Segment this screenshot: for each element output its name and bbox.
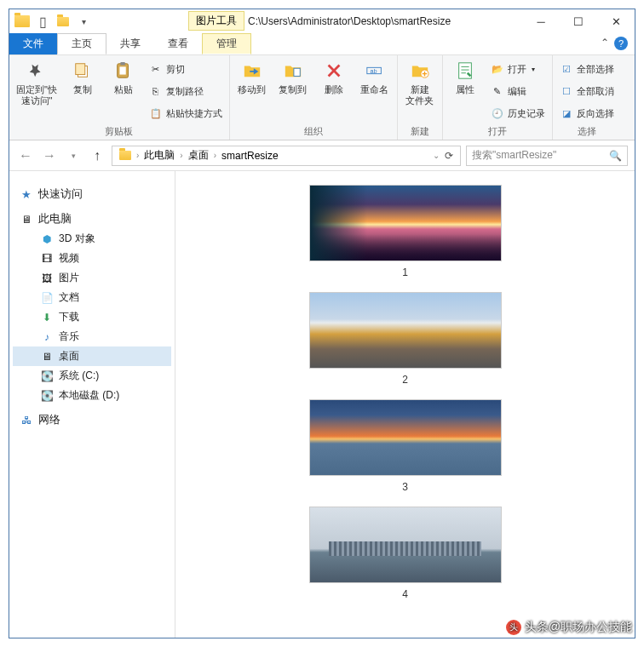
file-name: 3: [402, 481, 408, 493]
open-button[interactable]: 📂打开▾: [491, 60, 545, 77]
nav-music[interactable]: ♪音乐: [13, 327, 171, 346]
qat-item[interactable]: [54, 12, 72, 31]
refresh-button[interactable]: ⟳: [440, 150, 458, 162]
nav-desktop[interactable]: 🖥桌面: [13, 346, 171, 366]
ribbon: 固定到"快 速访问" 复制 粘贴 ✂剪切 ⎘复制路径 📋粘贴快捷方式 剪贴板: [9, 55, 635, 140]
invert-selection-button[interactable]: ◪反向选择: [560, 105, 614, 122]
explorer-window: ▯ ▾ 图片工具 C:\Users\Administrator\Desktop\…: [9, 9, 635, 638]
file-name: 1: [402, 266, 408, 278]
search-icon: 🔍: [609, 150, 622, 162]
nav-quick-access[interactable]: ★快速访问: [13, 185, 171, 204]
ribbon-tabs: 文件 主页 共享 查看 管理 ⌃ ?: [9, 33, 635, 55]
breadcrumb-folder[interactable]: smartResize: [216, 150, 284, 162]
nav-disk-c[interactable]: 💽系统 (C:): [13, 366, 171, 386]
move-to-button[interactable]: 移动到: [237, 59, 267, 123]
cut-button[interactable]: ✂剪切: [149, 60, 222, 77]
close-button[interactable]: ✕: [597, 9, 635, 33]
rename-button[interactable]: ab 重命名: [359, 59, 390, 123]
maximize-button[interactable]: ☐: [560, 9, 597, 33]
list-item[interactable]: 4: [309, 507, 502, 600]
tab-home[interactable]: 主页: [57, 33, 106, 54]
delete-button[interactable]: 删除: [319, 59, 349, 123]
select-none-button[interactable]: ☐全部取消: [560, 83, 614, 100]
svg-text:ab: ab: [370, 67, 377, 75]
copy-to-button[interactable]: 复制到: [278, 59, 308, 123]
qat-item[interactable]: ▯: [33, 12, 52, 31]
ribbon-group-select: ☑全部选择 ☐全部取消 ◪反向选择 选择: [553, 55, 621, 140]
breadcrumb-this-pc[interactable]: 此电脑: [139, 148, 180, 163]
list-item[interactable]: 2: [309, 292, 502, 386]
ribbon-group-open: 属性 📂打开▾ ✎编辑 🕘历史记录 打开: [443, 55, 553, 140]
file-name: 4: [402, 588, 408, 600]
nav-this-pc[interactable]: 🖥此电脑: [13, 209, 171, 229]
thumbnail-icon: [309, 507, 502, 583]
ribbon-group-organize: 移动到 复制到 删除 ab 重命名 组织: [230, 55, 398, 140]
tab-file[interactable]: 文件: [9, 33, 57, 54]
qat-overflow[interactable]: ▾: [74, 12, 93, 31]
nav-network[interactable]: 🖧网络: [13, 410, 171, 430]
list-item[interactable]: 1: [309, 185, 502, 278]
svg-rect-5: [294, 68, 300, 76]
thumbnail-icon: [309, 292, 502, 369]
navigation-pane: ★快速访问 🖥此电脑 ⬢3D 对象 🎞视频 🖼图片 📄文档 ⬇下载 ♪音乐 🖥桌…: [9, 171, 175, 638]
paste-shortcut-button[interactable]: 📋粘贴快捷方式: [149, 105, 222, 122]
thumbnail-icon: [309, 185, 502, 261]
search-box[interactable]: 搜索"smartResize" 🔍: [466, 146, 628, 166]
svg-rect-4: [119, 66, 125, 74]
ribbon-collapse-icon[interactable]: ⌃: [601, 37, 609, 49]
edit-button[interactable]: ✎编辑: [491, 83, 545, 100]
body: ★快速访问 🖥此电脑 ⬢3D 对象 🎞视频 🖼图片 📄文档 ⬇下载 ♪音乐 🖥桌…: [9, 171, 635, 638]
new-folder-button[interactable]: 新建 文件夹: [405, 59, 435, 123]
svg-rect-3: [120, 62, 125, 66]
up-button[interactable]: ↑: [88, 146, 106, 165]
recent-locations-button[interactable]: ▾: [64, 146, 83, 165]
paste-button[interactable]: 粘贴: [108, 59, 139, 123]
copy-path-button[interactable]: ⎘复制路径: [149, 83, 222, 100]
thumbnail-icon: [309, 399, 502, 476]
copy-button[interactable]: 复制: [67, 59, 98, 123]
tab-share[interactable]: 共享: [106, 33, 154, 54]
titlebar: ▯ ▾ 图片工具 C:\Users\Administrator\Desktop\…: [9, 9, 635, 33]
minimize-button[interactable]: ─: [522, 9, 560, 33]
ribbon-group-clipboard: 固定到"快 速访问" 复制 粘贴 ✂剪切 ⎘复制路径 📋粘贴快捷方式 剪贴板: [9, 55, 230, 140]
nav-pictures[interactable]: 🖼图片: [13, 268, 171, 288]
help-icon[interactable]: ?: [614, 37, 628, 50]
list-item[interactable]: 3: [309, 399, 502, 493]
history-button[interactable]: 🕘历史记录: [491, 105, 545, 122]
forward-button[interactable]: →: [40, 146, 59, 165]
contextual-tab-header: 图片工具: [188, 11, 244, 31]
address-bar[interactable]: › 此电脑 › 桌面 › smartResize ⌄ ⟳: [112, 146, 461, 166]
nav-downloads[interactable]: ⬇下载: [13, 307, 171, 327]
file-name: 2: [402, 374, 408, 386]
properties-button[interactable]: 属性: [450, 59, 480, 123]
svg-rect-1: [76, 64, 85, 75]
ribbon-group-new: 新建 文件夹 新建: [398, 55, 443, 140]
address-dropdown-icon[interactable]: ⌄: [433, 151, 440, 160]
pin-to-quick-access-button[interactable]: 固定到"快 速访问": [16, 59, 57, 123]
quick-access-toolbar: ▯ ▾: [9, 10, 96, 32]
back-button[interactable]: ←: [16, 146, 35, 165]
folder-app-icon: [13, 12, 32, 31]
nav-3d-objects[interactable]: ⬢3D 对象: [13, 229, 171, 249]
breadcrumb-desktop[interactable]: 桌面: [183, 148, 214, 163]
search-placeholder: 搜索"smartResize": [472, 148, 556, 163]
window-title: C:\Users\Administrator\Desktop\smartResi…: [248, 15, 451, 27]
nav-videos[interactable]: 🎞视频: [13, 249, 171, 268]
tab-view[interactable]: 查看: [154, 33, 202, 54]
watermark: 头 头条@职场办公技能: [506, 620, 632, 635]
select-all-button[interactable]: ☑全部选择: [560, 60, 614, 77]
address-bar-row: ← → ▾ ↑ › 此电脑 › 桌面 › smartResize ⌄ ⟳ 搜索"…: [9, 140, 635, 171]
watermark-logo-icon: 头: [506, 620, 521, 635]
nav-disk-d[interactable]: 💽本地磁盘 (D:): [13, 386, 171, 405]
tab-manage[interactable]: 管理: [202, 33, 251, 54]
nav-documents[interactable]: 📄文档: [13, 288, 171, 307]
file-view[interactable]: 1 2 3 4: [175, 171, 635, 638]
contextual-tab-label: 图片工具: [196, 14, 237, 28]
